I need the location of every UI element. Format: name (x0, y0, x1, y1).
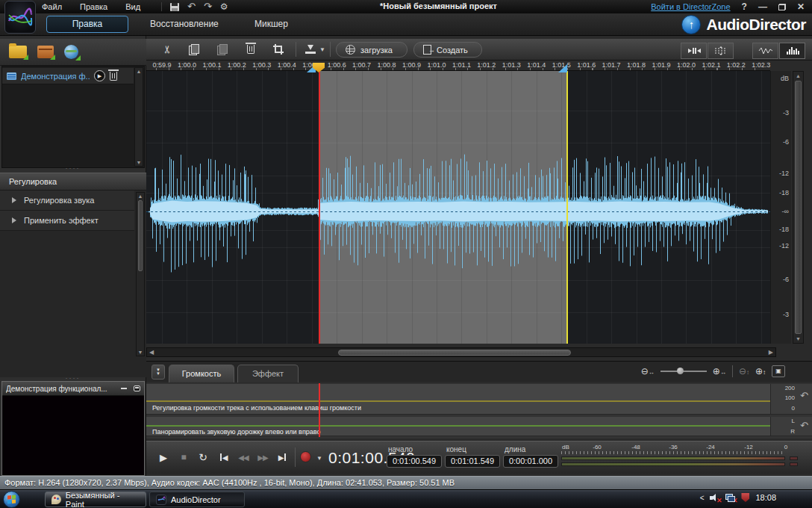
collapse-panel-button[interactable]: ▼▼ (152, 365, 165, 380)
skip-to-end-button[interactable]: ▶ (273, 449, 291, 465)
scroll-thumb[interactable] (338, 350, 571, 356)
paste-button[interactable] (213, 43, 231, 56)
scroll-left-icon[interactable]: ◀ (149, 349, 154, 356)
play-button[interactable]: ▶ (154, 449, 172, 465)
fit-view-icon[interactable]: ▣ (772, 365, 785, 377)
cut-button[interactable]: ✂ (158, 43, 176, 56)
edit-toolbar: ✂ ▼ загрузка Создать (146, 39, 812, 61)
delete-media-icon[interactable] (110, 72, 117, 81)
close-button[interactable]: ✕ (797, 1, 805, 12)
rewind-button[interactable]: ◀◀ (234, 449, 252, 465)
timeline-ruler[interactable]: 0:59.91:00.01:00.11:00.21:00.31:00.41:00… (146, 61, 770, 71)
scroll-down-icon[interactable]: ▼ (137, 350, 144, 355)
copy-button[interactable] (185, 43, 203, 56)
play-preview-icon[interactable]: ▶ (94, 70, 105, 81)
adjust-panel-scrollbar[interactable]: ▲ ▼ (136, 192, 145, 356)
stop-button[interactable]: ■ (175, 449, 193, 465)
scroll-down-icon[interactable]: ▼ (135, 160, 143, 165)
loop-button[interactable]: ↻ (194, 449, 212, 465)
taskbar-button-audiodirector[interactable]: AudioDirector (149, 492, 245, 507)
undo-icon[interactable]: ↶ (187, 2, 196, 11)
level-meter: dB-60-48-36-24-120 (558, 444, 810, 472)
waveform-canvas[interactable] (146, 71, 770, 344)
security-shield-icon[interactable] (741, 493, 749, 502)
preview-maximize-icon[interactable] (134, 385, 140, 391)
scroll-thumb[interactable] (795, 81, 802, 334)
reset-volume-icon[interactable]: ↶ (800, 390, 808, 401)
start-button[interactable] (3, 491, 20, 508)
taskbar-button-paint[interactable]: Безымянный - Paint (45, 492, 146, 507)
directorzone-signin-link[interactable]: Войти в DirectorZone (651, 2, 730, 11)
menu-view[interactable]: Вид (125, 2, 140, 11)
download-from-web-icon[interactable] (64, 45, 78, 59)
media-list-scrollbar[interactable]: ▲ ▼ (134, 67, 143, 167)
pan-track[interactable]: Панорамировать звуковую дорожку влево ил… (146, 417, 770, 436)
zoom-out-vertical-icon[interactable]: ⊖↕ (739, 366, 749, 377)
splitter-handle[interactable]: ···· (0, 166, 146, 170)
save-icon[interactable] (170, 3, 179, 11)
fast-forward-button[interactable]: ▶▶ (254, 449, 272, 465)
create-button[interactable]: Создать (413, 42, 482, 58)
menu-file[interactable]: Файл (42, 2, 62, 11)
status-bar: Формат: H.264 (1280x720, 2.37 Mbps), Ауд… (0, 476, 812, 489)
marker-dropdown[interactable]: ▼ (318, 43, 327, 56)
stretch-tool-button[interactable] (708, 43, 734, 59)
volume-track[interactable]: Регулировка громкости трека с использова… (146, 384, 770, 415)
zoom-in-horizontal-icon[interactable]: ⊕↔ (713, 366, 726, 377)
trim-button[interactable] (269, 43, 287, 56)
network-disconnected-icon[interactable]: ✕ (725, 494, 735, 502)
scroll-up-icon[interactable]: ▲ (793, 73, 803, 78)
skip-to-start-button[interactable]: ◀ (215, 449, 233, 465)
expand-triangle-icon[interactable] (12, 197, 16, 203)
media-list-item[interactable]: Демонстрация ф... ▶ (2, 68, 134, 84)
scroll-right-icon[interactable]: ▶ (769, 349, 773, 356)
tab-mixer[interactable]: Микшер (254, 19, 288, 29)
help-button[interactable]: ? (742, 1, 747, 12)
expand-triangle-icon[interactable] (12, 217, 16, 223)
import-file-icon[interactable] (9, 46, 27, 58)
zoom-in-vertical-icon[interactable]: ⊕↕ (755, 366, 766, 377)
tab-edit[interactable]: Правка (46, 16, 128, 33)
ruler-time-label: 1:02.1 (702, 61, 720, 69)
clock[interactable]: 18:08 (755, 493, 776, 502)
record-dropdown-icon[interactable]: ▼ (316, 455, 322, 462)
db-scale-label: -3 (783, 109, 789, 117)
upload-button[interactable]: загрузка (336, 42, 407, 58)
zoom-out-horizontal-icon[interactable]: ⊖↔ (641, 366, 655, 377)
adjust-item-effect[interactable]: Применить эффект (0, 211, 134, 231)
scroll-down-icon[interactable]: ▼ (793, 336, 803, 341)
tab-effect[interactable]: Эффект (237, 365, 299, 382)
splitter-handle[interactable]: ···· (0, 376, 146, 380)
delete-button[interactable] (242, 43, 260, 56)
waveform-view-button[interactable] (752, 43, 778, 59)
ruler-time-label: 1:00.1 (202, 61, 221, 69)
volume-muted-icon[interactable]: ✕ (710, 494, 719, 502)
volume-automation-line[interactable] (146, 400, 770, 402)
waveform-horizontal-scrollbar[interactable]: ◀ ▶ (146, 347, 776, 357)
spectrum-view-button[interactable] (779, 43, 805, 59)
record-button[interactable] (300, 451, 311, 462)
zoom-slider[interactable] (660, 371, 707, 372)
tab-restore[interactable]: Восстановление (150, 19, 219, 29)
redo-icon[interactable]: ↷ (204, 2, 212, 11)
adjust-item-sound[interactable]: Регулировка звука (0, 190, 134, 211)
scroll-up-icon[interactable]: ▲ (135, 69, 143, 74)
minimize-button[interactable]: — (758, 1, 767, 12)
tray-expand-icon[interactable]: < (700, 494, 705, 502)
fit-selection-button[interactable] (681, 43, 707, 59)
field-value[interactable]: 0:00:01.000 (503, 455, 558, 468)
scroll-up-icon[interactable]: ▲ (137, 193, 144, 199)
restore-button[interactable] (778, 4, 786, 10)
menu-edit[interactable]: Правка (80, 2, 107, 11)
field-value[interactable]: 0:01:01.549 (445, 455, 500, 468)
preview-minimize-icon[interactable] (121, 388, 127, 389)
pan-automation-line[interactable] (146, 425, 770, 427)
waveform-vertical-scrollbar[interactable]: ▲ ▼ (793, 71, 804, 344)
tab-volume[interactable]: Громкость (169, 365, 234, 382)
settings-gear-icon[interactable]: ⚙ (220, 2, 228, 11)
import-library-icon[interactable] (37, 46, 54, 58)
field-value[interactable]: 0:01:00.549 (387, 455, 442, 468)
scroll-thumb[interactable] (138, 200, 143, 271)
marker-insert-button[interactable] (302, 43, 319, 56)
reset-pan-icon[interactable]: ↶ (800, 420, 808, 431)
